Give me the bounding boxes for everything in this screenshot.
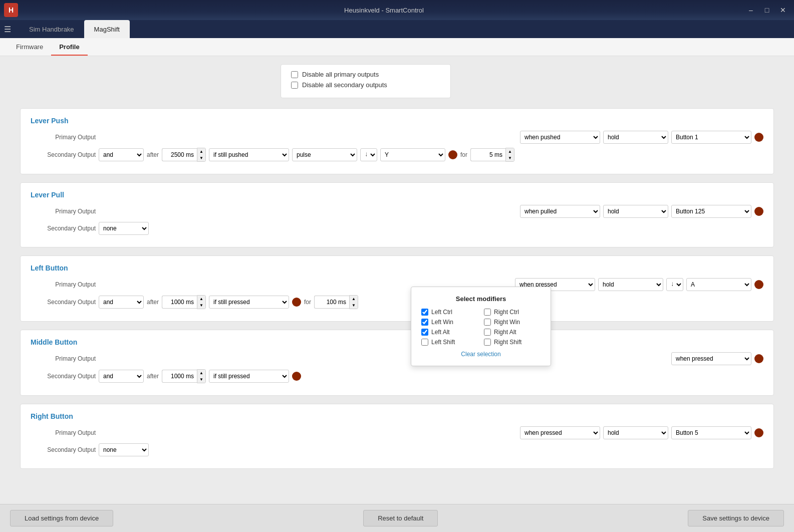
lever-push-secondary-output[interactable]: Y <box>380 148 445 161</box>
lever-push-section: Lever Push Primary Output when pushed ho… <box>20 108 774 174</box>
lever-push-secondary-trigger[interactable]: if still pushed <box>209 148 289 161</box>
right-alt-checkbox[interactable] <box>484 329 491 336</box>
modifier-left-alt[interactable]: Left Alt <box>421 329 478 336</box>
left-button-modifier-select[interactable]: ⇩ <box>666 278 683 291</box>
left-button-secondary-trigger[interactable]: if still pressed <box>209 296 289 309</box>
window-controls: – □ ✕ <box>744 3 790 17</box>
left-button-primary-label: Primary Output <box>31 281 96 288</box>
middle-button-delay-input[interactable] <box>162 370 197 383</box>
disable-secondary-checkbox[interactable] <box>291 82 298 89</box>
middle-button-primary-label: Primary Output <box>31 355 96 362</box>
bottom-bar: Load settings from device Reset to defau… <box>0 504 794 532</box>
disable-primary-label[interactable]: Disable all primary outputs <box>291 71 440 78</box>
left-button-primary-action[interactable]: hold <box>598 278 663 291</box>
lever-push-duration-up[interactable]: ▲ <box>506 148 514 155</box>
left-button-secondary-condition[interactable]: and <box>99 296 144 309</box>
right-button-primary-output[interactable]: Button 5 <box>671 426 751 439</box>
firmware-tab[interactable]: Firmware <box>8 39 51 56</box>
close-button[interactable]: ✕ <box>776 3 790 17</box>
left-button-secondary-indicator <box>292 298 301 307</box>
save-settings-button[interactable]: Save settings to device <box>688 510 784 526</box>
left-button-duration-down[interactable]: ▼ <box>350 302 358 309</box>
middle-button-primary-trigger[interactable]: when pressed <box>671 352 751 365</box>
middle-button-secondary-condition[interactable]: and <box>99 370 144 383</box>
lever-push-primary-trigger[interactable]: when pushed <box>520 131 600 144</box>
lever-push-delay-down[interactable]: ▼ <box>197 155 205 161</box>
lever-pull-primary-output[interactable]: Button 125 <box>671 205 751 218</box>
left-button-duration-input[interactable] <box>314 296 349 309</box>
lever-push-delay-input[interactable] <box>162 148 197 161</box>
disable-primary-checkbox[interactable] <box>291 71 298 78</box>
lever-push-secondary-action[interactable]: pulse <box>292 148 357 161</box>
middle-button-section: Middle Button Primary Output when presse… <box>20 330 774 396</box>
lever-pull-primary-label: Primary Output <box>31 208 96 215</box>
left-button-duration-up[interactable]: ▲ <box>350 296 358 302</box>
modifier-left-shift[interactable]: Left Shift <box>421 339 478 346</box>
menu-icon[interactable]: ☰ <box>4 25 11 34</box>
right-button-secondary-none[interactable]: none <box>99 443 149 456</box>
middle-button-delay-spinner: ▲ ▼ <box>162 369 206 383</box>
magshift-tab[interactable]: MagShift <box>84 20 130 38</box>
left-button-for-label: for <box>304 299 311 306</box>
lever-push-secondary-label: Secondary Output <box>31 151 96 158</box>
modifiers-popup: Select modifiers Left Ctrl Right Ctrl Le… <box>411 287 551 366</box>
left-button-delay-input[interactable] <box>162 296 197 309</box>
lever-push-duration-down[interactable]: ▼ <box>506 155 514 161</box>
right-button-secondary-label: Secondary Output <box>31 446 96 453</box>
left-button-primary-output[interactable]: A <box>686 278 751 291</box>
modifier-right-ctrl[interactable]: Right Ctrl <box>484 309 541 316</box>
lever-push-primary-indicator <box>754 133 763 142</box>
right-win-checkbox[interactable] <box>484 319 491 326</box>
left-button-delay-down[interactable]: ▼ <box>197 302 205 309</box>
minimize-button[interactable]: – <box>744 3 758 17</box>
app-tabbar: ☰ Sim Handbrake MagShift <box>0 20 794 38</box>
modifier-left-ctrl[interactable]: Left Ctrl <box>421 309 478 316</box>
sim-handbrake-tab[interactable]: Sim Handbrake <box>19 20 84 38</box>
middle-button-delay-up[interactable]: ▲ <box>197 370 205 376</box>
lever-push-delay-up[interactable]: ▲ <box>197 148 205 155</box>
lever-push-secondary-condition[interactable]: and <box>99 148 144 161</box>
app-logo: H <box>4 3 18 17</box>
lever-pull-secondary-none[interactable]: none <box>99 222 149 235</box>
lever-pull-primary-trigger[interactable]: when pulled <box>520 205 600 218</box>
modifier-right-shift[interactable]: Right Shift <box>484 339 541 346</box>
right-button-title: Right Button <box>31 412 763 420</box>
profile-tab[interactable]: Profile <box>51 39 87 56</box>
lever-pull-section: Lever Pull Primary Output when pulled ho… <box>20 182 774 247</box>
app-title: Heusinkveld - SmartControl <box>24 7 744 14</box>
right-button-primary-action[interactable]: hold <box>603 426 668 439</box>
left-shift-checkbox[interactable] <box>421 339 428 346</box>
reset-default-button[interactable]: Reset to default <box>363 510 438 526</box>
middle-button-secondary-trigger[interactable]: if still pressed <box>209 370 289 383</box>
main-content: Disable all primary outputs Disable all … <box>0 56 794 504</box>
left-button-section: Left Button Primary Output when pressed … <box>20 255 774 322</box>
left-button-delay-spinner: ▲ ▼ <box>162 295 206 309</box>
maximize-button[interactable]: □ <box>760 3 774 17</box>
left-win-checkbox[interactable] <box>421 319 428 326</box>
modifier-right-alt[interactable]: Right Alt <box>484 329 541 336</box>
right-button-primary-trigger[interactable]: when pressed <box>520 426 600 439</box>
clear-selection-link[interactable]: Clear selection <box>421 351 541 358</box>
left-button-duration-spinner: ▲ ▼ <box>314 295 358 309</box>
lever-push-primary-action[interactable]: hold <box>603 131 668 144</box>
left-button-after-label: after <box>147 299 159 306</box>
lever-push-for-label: for <box>460 151 467 158</box>
lever-push-primary-row: Primary Output when pushed hold Button 1 <box>31 131 763 144</box>
right-ctrl-checkbox[interactable] <box>484 309 491 316</box>
lever-pull-primary-action[interactable]: hold <box>603 205 668 218</box>
left-alt-checkbox[interactable] <box>421 329 428 336</box>
lever-push-primary-output[interactable]: Button 1 <box>671 131 751 144</box>
left-button-delay-up[interactable]: ▲ <box>197 296 205 302</box>
modifier-left-win[interactable]: Left Win <box>421 319 478 326</box>
modifiers-grid: Left Ctrl Right Ctrl Left Win Right Win … <box>421 309 541 346</box>
lever-push-duration-input[interactable] <box>470 148 505 161</box>
disable-secondary-label[interactable]: Disable all secondary outputs <box>291 81 440 89</box>
load-settings-button[interactable]: Load settings from device <box>10 510 113 526</box>
modifier-right-win[interactable]: Right Win <box>484 319 541 326</box>
nav-tabs: Firmware Profile <box>0 38 794 56</box>
right-button-primary-row: Primary Output when pressed hold Button … <box>31 426 763 439</box>
middle-button-delay-down[interactable]: ▼ <box>197 376 205 383</box>
lever-push-modifier-select[interactable]: ⇩ <box>360 148 377 161</box>
left-ctrl-checkbox[interactable] <box>421 309 428 316</box>
right-shift-checkbox[interactable] <box>484 339 491 346</box>
